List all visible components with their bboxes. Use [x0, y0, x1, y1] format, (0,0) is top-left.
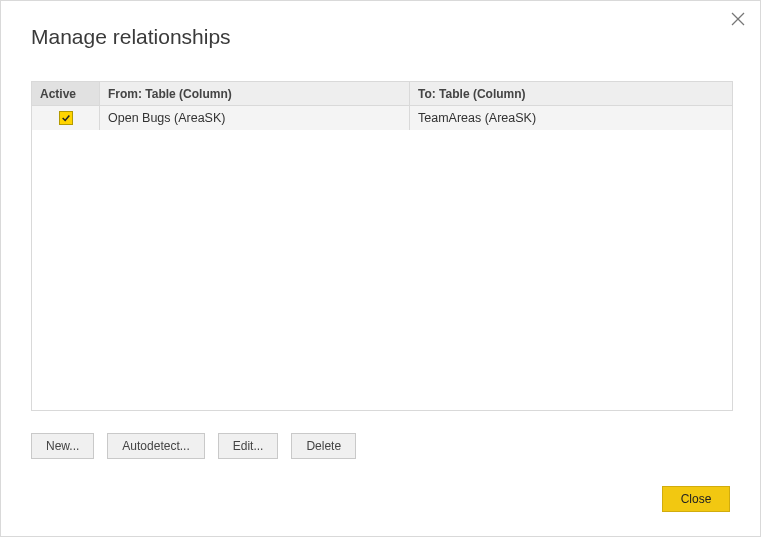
cell-to: TeamAreas (AreaSK): [410, 106, 732, 130]
cell-from: Open Bugs (AreaSK): [100, 106, 410, 130]
autodetect-button[interactable]: Autodetect...: [107, 433, 204, 459]
delete-button[interactable]: Delete: [291, 433, 356, 459]
dialog-footer: Close: [662, 486, 730, 512]
edit-button[interactable]: Edit...: [218, 433, 279, 459]
table-header-row: Active From: Table (Column) To: Table (C…: [32, 82, 732, 106]
column-header-from[interactable]: From: Table (Column): [100, 82, 410, 105]
action-button-row: New... Autodetect... Edit... Delete: [31, 433, 356, 459]
manage-relationships-dialog: Manage relationships Active From: Table …: [0, 0, 761, 537]
new-button[interactable]: New...: [31, 433, 94, 459]
relationships-table: Active From: Table (Column) To: Table (C…: [31, 81, 733, 411]
table-row[interactable]: Open Bugs (AreaSK) TeamAreas (AreaSK): [32, 106, 732, 130]
table-body: Open Bugs (AreaSK) TeamAreas (AreaSK): [32, 106, 732, 410]
cell-active: [32, 106, 100, 130]
dialog-title: Manage relationships: [31, 25, 231, 49]
column-header-active[interactable]: Active: [32, 82, 100, 105]
close-icon[interactable]: [730, 11, 746, 27]
column-header-to[interactable]: To: Table (Column): [410, 82, 732, 105]
active-checkbox[interactable]: [59, 111, 73, 125]
close-button[interactable]: Close: [662, 486, 730, 512]
